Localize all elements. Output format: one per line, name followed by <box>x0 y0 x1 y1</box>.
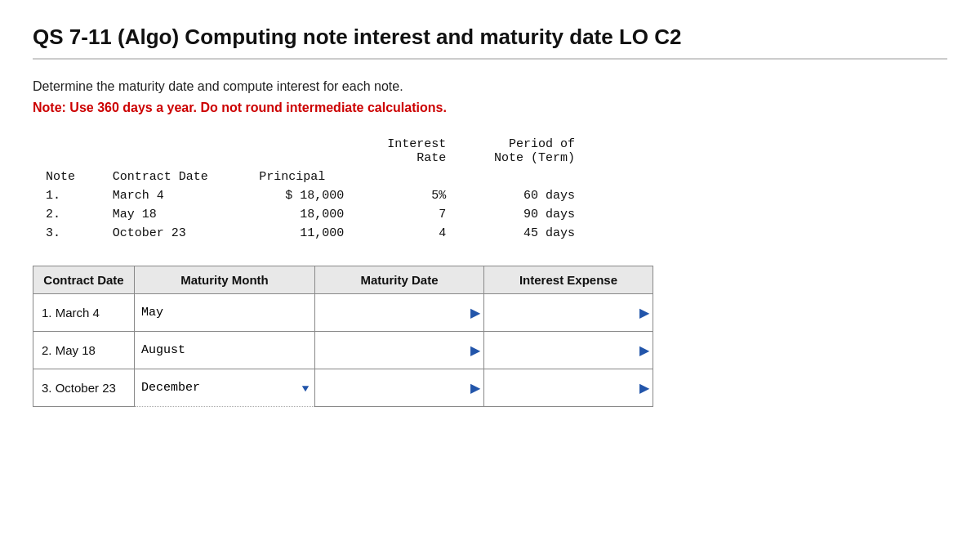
top-contract-date-2: October 23 <box>100 224 246 243</box>
bottom-table-row: 2. May 18 ▶ ▶ <box>33 332 653 369</box>
bottom-table-row: 3. October 23 ▶ ▶ <box>33 369 653 407</box>
maturity-month-cell-0[interactable] <box>134 294 314 332</box>
top-table-row: 2. May 18 18,000 7 90 days <box>33 205 588 224</box>
instruction-line2: Note: Use 360 days a year. Do not round … <box>33 101 947 115</box>
maturity-month-input-0[interactable] <box>141 306 311 320</box>
instructions-block: Determine the maturity date and compute … <box>33 79 947 115</box>
input-table: Contract Date Maturity Month Maturity Da… <box>33 266 653 407</box>
instruction-highlight: Note: Use 360 days a year. Do not round … <box>33 101 447 114</box>
col-note-header <box>33 135 100 168</box>
row-label-0: 1. March 4 <box>33 294 135 332</box>
maturity-date-input-2[interactable] <box>322 381 470 395</box>
maturity-date-arrow-1: ▶ <box>470 344 480 357</box>
interest-expense-cell-0[interactable]: ▶ <box>483 294 653 332</box>
top-note-1: 2. <box>33 205 100 224</box>
col-period-header: Period ofNote (Term) <box>459 135 588 168</box>
top-note-2: 3. <box>33 224 100 243</box>
top-principal-0: $ 18,000 <box>246 186 357 205</box>
bottom-table-row: 1. March 4 ▶ ▶ <box>33 294 653 332</box>
maturity-month-cell-2[interactable] <box>134 369 314 407</box>
interest-expense-input-2[interactable] <box>491 381 639 395</box>
interest-expense-input-1[interactable] <box>491 343 639 357</box>
interest-expense-arrow-2: ▶ <box>639 382 649 395</box>
top-period-2: 45 days <box>459 224 588 243</box>
top-contract-date-1: May 18 <box>100 205 246 224</box>
top-table-row: 1. March 4 $ 18,000 5% 60 days <box>33 186 588 205</box>
maturity-date-input-1[interactable] <box>322 343 470 357</box>
maturity-date-arrow-0: ▶ <box>470 306 480 320</box>
maturity-date-cell-1[interactable]: ▶ <box>315 332 484 369</box>
col-contract-date-header: Contract Date <box>33 266 135 294</box>
col-principal-subheader: Principal <box>246 168 357 186</box>
interest-expense-arrow-0: ▶ <box>639 306 649 320</box>
top-rate-2: 4 <box>357 224 459 243</box>
row-label-1: 2. May 18 <box>33 332 135 369</box>
page-title: QS 7-11 (Algo) Computing note interest a… <box>33 25 947 60</box>
dropdown-arrow-icon-2[interactable] <box>296 369 314 406</box>
top-note-0: 1. <box>33 186 100 205</box>
top-table-row: 3. October 23 11,000 4 45 days <box>33 224 588 243</box>
top-contract-date-0: March 4 <box>100 186 246 205</box>
maturity-date-cell-0[interactable]: ▶ <box>315 294 484 332</box>
maturity-date-arrow-2: ▶ <box>470 382 480 395</box>
col-contractdate-subheader: Contract Date <box>100 168 246 186</box>
maturity-date-cell-2[interactable]: ▶ <box>315 369 484 407</box>
col-contractdate-header <box>100 135 246 168</box>
row-label-2: 3. October 23 <box>33 369 135 407</box>
col-maturity-date-header: Maturity Date <box>315 266 484 294</box>
col-principal-header <box>246 135 357 168</box>
col-note-subheader: Note <box>33 168 100 186</box>
top-principal-1: 18,000 <box>246 205 357 224</box>
top-rate-0: 5% <box>357 186 459 205</box>
maturity-month-input-1[interactable] <box>141 343 311 357</box>
top-period-0: 60 days <box>459 186 588 205</box>
col-rate-subheader <box>357 168 459 186</box>
col-term-subheader <box>459 168 588 186</box>
col-interest-expense-header: Interest Expense <box>483 266 653 294</box>
svg-marker-0 <box>302 386 309 391</box>
interest-expense-cell-2[interactable]: ▶ <box>483 369 653 407</box>
top-principal-2: 11,000 <box>246 224 357 243</box>
interest-expense-cell-1[interactable]: ▶ <box>483 332 653 369</box>
col-interestrate-header: InterestRate <box>357 135 459 168</box>
top-rate-1: 7 <box>357 205 459 224</box>
col-maturity-month-header: Maturity Month <box>134 266 314 294</box>
interest-expense-arrow-1: ▶ <box>639 344 649 357</box>
reference-table: InterestRate Period ofNote (Term) Note C… <box>33 135 588 243</box>
instruction-line1: Determine the maturity date and compute … <box>33 79 947 94</box>
maturity-month-input-2[interactable] <box>135 369 296 406</box>
maturity-date-input-0[interactable] <box>322 306 470 320</box>
maturity-month-cell-1[interactable] <box>134 332 314 369</box>
reference-table-container: InterestRate Period ofNote (Term) Note C… <box>33 135 947 243</box>
interest-expense-input-0[interactable] <box>491 306 639 320</box>
top-period-1: 90 days <box>459 205 588 224</box>
